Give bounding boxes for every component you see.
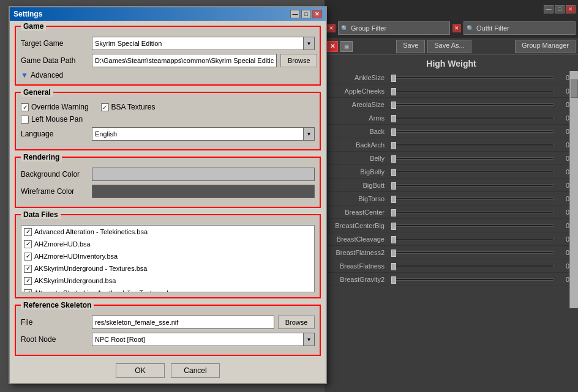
file-item[interactable]: AKSkyrimUnderground - Textures.bsa: [21, 262, 314, 275]
slider-thumb[interactable]: [391, 276, 396, 284]
slider-thumb[interactable]: [391, 250, 396, 257]
target-game-arrow[interactable]: ▼: [303, 37, 314, 50]
dialog-close[interactable]: ✕: [312, 10, 322, 18]
file-name: AKSkyrimUnderground.bsa: [34, 275, 116, 286]
game-data-path-label: Game Data Path: [21, 56, 88, 65]
slider-thumb[interactable]: [391, 128, 396, 136]
slider-track[interactable]: [391, 278, 554, 281]
slider-thumb[interactable]: [391, 75, 396, 82]
toggle-arrow-icon: ▼: [21, 71, 28, 80]
file-item[interactable]: AHZmoreHUDInventory.bsa: [21, 250, 314, 262]
rendering-section-label: Rendering: [21, 153, 62, 161]
language-combo[interactable]: English ▼: [92, 127, 315, 141]
target-game-row: Target Game Skyrim Special Edition ▼: [21, 37, 315, 50]
dialog-maximize[interactable]: □: [301, 10, 311, 18]
file-checkbox[interactable]: [24, 253, 32, 261]
language-row: Language English ▼: [21, 127, 315, 141]
wire-color-preview[interactable]: [92, 185, 315, 198]
image-btn[interactable]: ▣: [340, 41, 353, 52]
delete-btn-1[interactable]: ✕: [327, 41, 338, 52]
slider-track[interactable]: [391, 117, 554, 119]
slider-row: Back0%: [325, 125, 578, 138]
slider-label: Belly: [327, 155, 388, 162]
file-item[interactable]: Advanced Alteration - Telekinetics.bsa: [21, 226, 314, 238]
maximize-btn[interactable]: □: [555, 5, 565, 13]
slider-track[interactable]: [391, 184, 554, 187]
search-icon: 🔍: [341, 25, 348, 32]
root-node-combo[interactable]: NPC Root [Root] ▼: [92, 333, 315, 346]
file-checkbox[interactable]: [24, 265, 32, 273]
slider-thumb[interactable]: [391, 236, 396, 243]
slider-track[interactable]: [391, 238, 554, 240]
group-filter-clear-btn[interactable]: ✕: [327, 24, 336, 32]
slider-track[interactable]: [391, 198, 554, 200]
file-item[interactable]: Alternate Start - Live Another Life - Te…: [21, 287, 314, 292]
browse-button-1[interactable]: Browse: [280, 54, 317, 67]
data-files-section: Data Files Advanced Alteration - Telekin…: [15, 214, 321, 298]
save-as-button[interactable]: Save As...: [427, 40, 471, 53]
advanced-toggle[interactable]: ▼ Advanced: [21, 71, 315, 80]
slider-thumb[interactable]: [391, 223, 396, 230]
slider-track[interactable]: [391, 144, 554, 146]
ok-button[interactable]: OK: [116, 363, 165, 378]
sliders-scrollbar[interactable]: [569, 71, 578, 308]
root-node-value: NPC Root [Root]: [92, 333, 303, 346]
left-mouse-pan-checkbox[interactable]: [21, 116, 29, 124]
root-node-arrow[interactable]: ▼: [303, 333, 314, 346]
target-game-combo[interactable]: Skyrim Special Edition ▼: [92, 37, 315, 50]
outfit-filter-box[interactable]: 🔍 Outfit Filter: [464, 21, 576, 35]
file-checkbox[interactable]: [24, 289, 32, 293]
ref-file-input[interactable]: res/skeleton_female_sse.nif: [92, 316, 274, 329]
slider-thumb[interactable]: [391, 182, 396, 190]
slider-row: BreastCleavage0%: [325, 232, 578, 246]
dialog-minimize[interactable]: —: [290, 10, 300, 18]
slider-thumb[interactable]: [391, 169, 396, 176]
slider-label: Back: [327, 128, 388, 135]
slider-row: Belly0%: [325, 152, 578, 165]
slider-thumb[interactable]: [391, 155, 396, 163]
slider-track[interactable]: [391, 103, 554, 106]
slider-track[interactable]: [391, 90, 554, 92]
slider-row: BigButt0%: [325, 179, 578, 192]
file-item[interactable]: AHZmoreHUD.bsa: [21, 238, 314, 250]
file-checkbox[interactable]: [24, 240, 32, 248]
slider-track[interactable]: [391, 211, 554, 213]
slider-row: BreastFlatness0%: [325, 259, 578, 273]
bsa-textures-checkbox[interactable]: [101, 103, 109, 111]
slider-thumb[interactable]: [391, 196, 396, 203]
file-item[interactable]: AKSkyrimUnderground.bsa: [21, 275, 314, 287]
slider-label: BreastFlatness: [327, 262, 388, 270]
game-data-path-input[interactable]: D:\Games\Steam\steamapps\common\Skyrim S…: [92, 54, 277, 67]
bg-color-preview[interactable]: [92, 168, 315, 181]
save-button[interactable]: Save: [396, 40, 425, 53]
language-arrow[interactable]: ▼: [303, 128, 314, 140]
advanced-label: Advanced: [31, 71, 63, 80]
override-warning-row: Override Warning: [21, 103, 89, 111]
file-checkbox[interactable]: [24, 228, 32, 236]
slider-track[interactable]: [391, 171, 554, 173]
data-files-list[interactable]: Advanced Alteration - Telekinetics.bsaAH…: [21, 225, 315, 292]
slider-row: BreastCenter0%: [325, 205, 578, 219]
group-manager-button[interactable]: Group Manager: [515, 40, 576, 53]
slider-thumb[interactable]: [391, 142, 396, 149]
slider-track[interactable]: [391, 76, 554, 79]
slider-track[interactable]: [391, 157, 554, 160]
minimize-btn[interactable]: —: [544, 5, 554, 13]
slider-track[interactable]: [391, 265, 554, 267]
slider-track[interactable]: [391, 224, 554, 227]
slider-thumb[interactable]: [391, 209, 396, 216]
file-checkbox[interactable]: [24, 277, 32, 285]
slider-thumb[interactable]: [391, 115, 396, 122]
slider-thumb[interactable]: [391, 263, 396, 270]
ref-file-browse[interactable]: Browse: [278, 316, 315, 329]
override-warning-checkbox[interactable]: [21, 103, 29, 111]
scroll-thumb[interactable]: [571, 80, 578, 98]
slider-thumb[interactable]: [391, 102, 396, 109]
close-btn[interactable]: ✕: [566, 5, 576, 13]
outfit-filter-clear-btn[interactable]: ✕: [452, 24, 461, 32]
slider-thumb[interactable]: [391, 88, 396, 95]
slider-track[interactable]: [391, 251, 554, 254]
group-filter-box[interactable]: 🔍 Group Filter: [338, 21, 450, 35]
cancel-button[interactable]: Cancel: [171, 363, 220, 378]
slider-track[interactable]: [391, 130, 554, 133]
